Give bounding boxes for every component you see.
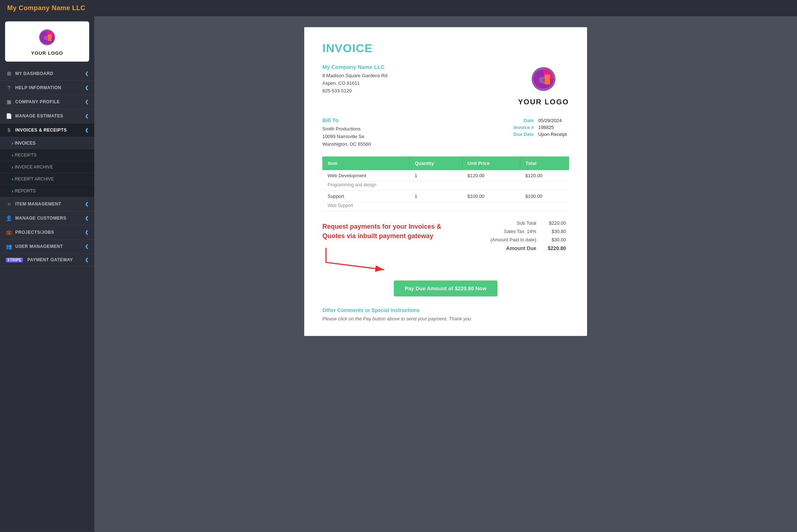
item-desc-1: Programming and design: [323, 182, 569, 191]
tax-row: Sales Tax 14% $30.80: [488, 228, 568, 235]
user-mgmt-icon: 👥: [6, 243, 12, 250]
sidebar-item-invoice-archive-sub[interactable]: INVOICE ARCHIVE: [0, 161, 94, 173]
top-bar: My Company Name LLC: [0, 0, 797, 16]
invoice-header: My Company Name LLC 8 Madison Square Gar…: [322, 64, 569, 106]
main-content: INVOICE My Company Name LLC 8 Madison Sq…: [94, 16, 797, 532]
callout-area: Request payments for your Invoices & Quo…: [322, 219, 488, 273]
item-total-1: $120.00: [520, 170, 569, 182]
app-title: My Company Name LLC: [7, 4, 86, 12]
sidebar-logo-text: YOUR LOGO: [31, 50, 63, 56]
sidebar-item-reports-sub[interactable]: REPORTS: [0, 185, 94, 197]
chevron-estimates: ❮: [85, 113, 89, 119]
item-price-1: $120.00: [462, 170, 520, 182]
company-name: My Company Name LLC: [322, 64, 387, 70]
chevron-payment-gateway: ❮: [85, 257, 89, 262]
company-phone: 825-533-5120: [322, 87, 387, 95]
col-qty: Quantity: [410, 157, 463, 170]
subtotal-label: Sub Total: [488, 219, 538, 227]
table-row: Web Development 1 $120.00 $120.00: [323, 170, 569, 182]
comments-section: Other Comments or Special Instructions P…: [322, 307, 569, 321]
sidebar-logo: YOUR LOGO: [5, 21, 89, 62]
col-unit-price: Unit Price: [462, 157, 520, 170]
sub-label-invoices: INVOICES: [15, 141, 36, 146]
sidebar-item-receipt-archive-sub[interactable]: RECEIPT ARCHIVE: [0, 173, 94, 185]
amount-due-row: Amount Due $220.80: [488, 244, 568, 252]
sidebar-item-estimates[interactable]: 📄 MANAGE ESTIMATES ❮: [0, 109, 94, 123]
svg-rect-2: [48, 34, 51, 37]
invoice-num-label: Invoice #: [511, 124, 536, 131]
invoice-logo-icon: [527, 64, 560, 96]
sidebar-item-invoices-receipts[interactable]: $ INVOICES & RECEIPTS ❮: [0, 123, 94, 137]
sidebar-item-customers[interactable]: 👤 MANAGE CUSTOMERS ❮: [0, 211, 94, 225]
sidebar-item-item-mgmt[interactable]: ≡ ITEM MANAGEMENT ❮: [0, 197, 94, 211]
company-address2: Aspen, CO 81611: [322, 80, 387, 87]
paid-label: (Amount Paid to date): [488, 236, 538, 244]
date-label: Date: [511, 117, 536, 124]
sub-label-invoice-archive: INVOICE ARCHIVE: [15, 165, 53, 170]
sidebar-label-projects: PROJECTS/JOBS: [15, 230, 54, 235]
sidebar-item-payment-gateway[interactable]: stripe PAYMENT GATEWAY ❮: [0, 254, 94, 266]
table-row-desc-2: Web Support: [323, 202, 569, 211]
totals-section: Sub Total $220.00 Sales Tax 14% $30.80 (…: [488, 219, 569, 253]
subtotal-value: $220.00: [539, 219, 568, 227]
chevron-company: ❮: [85, 99, 89, 104]
paid-row: (Amount Paid to date) $30.00: [488, 236, 568, 244]
bill-to-label: Bill To: [322, 117, 371, 123]
sidebar-item-receipts-sub[interactable]: RECEIPTS: [0, 149, 94, 161]
sidebar-label-user-mgmt: USER MANAGEMENT: [15, 244, 63, 249]
sidebar-label-help: HELP INFORMATION: [15, 85, 61, 90]
comments-text: Please click on the Pay button above to …: [322, 316, 569, 321]
sidebar-item-company[interactable]: ▣ COMPANY PROFILE ❮: [0, 95, 94, 109]
table-row-2: Support 1 $100.00 $100.00: [323, 191, 569, 202]
due-date-label: Due Date: [511, 131, 536, 138]
sidebar-item-dashboard[interactable]: ⊞ MY DASHBOARD ❮: [0, 67, 94, 81]
paid-value: $30.00: [539, 236, 568, 244]
items-table: Item Quantity Unit Price Total Web Devel…: [322, 157, 569, 211]
sub-label-receipt-archive: RECEIPT ARCHIVE: [15, 176, 54, 182]
col-total: Total: [520, 157, 569, 170]
bill-to-address2: Wanshigton, DC 65560: [322, 141, 371, 148]
tax-value: $30.80: [539, 228, 568, 235]
company-icon: ▣: [6, 99, 12, 105]
table-row-desc-1: Programming and design: [323, 182, 569, 191]
date-value: 05/29/2024: [536, 117, 569, 124]
bill-to-name: Smith Productions: [322, 125, 371, 133]
sidebar-item-user-mgmt[interactable]: 👥 USER MANAGEMENT ❮: [0, 240, 94, 254]
item-name-2: Support: [323, 191, 410, 202]
invoice-num-value: 198825: [536, 124, 569, 131]
invoice-logo-text: YOUR LOGO: [518, 98, 569, 106]
pay-button[interactable]: Pay Due Amount of $220.80 Now: [394, 280, 497, 296]
callout-text: Request payments for your Invoices & Quo…: [322, 222, 446, 240]
sidebar-item-help[interactable]: ? HELP INFORMATION ❮: [0, 81, 94, 95]
item-total-2: $100.00: [520, 191, 569, 202]
sidebar-item-projects[interactable]: 💼 PROJECTS/JOBS ❮: [0, 225, 94, 240]
sidebar-label-customers: MANAGE CUSTOMERS: [15, 216, 66, 221]
invoice-panel: INVOICE My Company Name LLC 8 Madison Sq…: [304, 27, 587, 336]
svg-rect-5: [545, 74, 550, 79]
sidebar-item-invoices-sub[interactable]: INVOICES: [0, 137, 94, 149]
chevron-projects: ❮: [85, 230, 89, 235]
item-qty-2: 1: [410, 191, 463, 202]
svg-rect-4: [545, 79, 550, 84]
chevron-item-mgmt: ❮: [85, 201, 89, 207]
help-icon: ?: [6, 84, 12, 91]
projects-icon: 💼: [6, 229, 12, 236]
invoice-meta: Date 05/29/2024 Invoice # 198825 Due Dat…: [511, 117, 569, 148]
dashboard-icon: ⊞: [6, 70, 12, 77]
item-name-1: Web Development: [323, 170, 410, 182]
chevron-help: ❮: [85, 85, 89, 90]
chevron-dashboard: ❮: [85, 71, 89, 76]
sidebar-label-item-mgmt: ITEM MANAGEMENT: [15, 201, 61, 207]
bill-to-address1: 10099 Namsville Se: [322, 133, 371, 141]
sidebar-label-dashboard: MY DASHBOARD: [15, 71, 53, 76]
sidebar-label-estimates: MANAGE ESTIMATES: [15, 113, 63, 119]
svg-rect-1: [48, 37, 51, 41]
invoice-logo: YOUR LOGO: [518, 64, 569, 106]
sub-label-reports: REPORTS: [15, 188, 36, 194]
sidebar-label-invoices-receipts: INVOICES & RECEIPTS: [15, 128, 67, 133]
amount-due-value: $220.80: [539, 244, 568, 252]
chevron-invoices: ❮: [85, 128, 89, 133]
due-date-value: Upon Receipt: [536, 131, 569, 138]
invoice-title: INVOICE: [322, 42, 569, 55]
sidebar-label-company: COMPANY PROFILE: [15, 99, 60, 104]
